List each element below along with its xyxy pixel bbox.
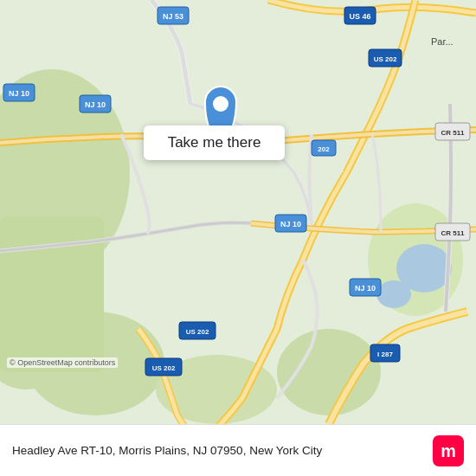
svg-text:CR 511: CR 511 xyxy=(441,229,465,237)
svg-text:CR 511: CR 511 xyxy=(441,129,465,137)
svg-text:NJ 10: NJ 10 xyxy=(85,100,106,109)
svg-rect-6 xyxy=(0,216,104,372)
moovit-icon-svg: m xyxy=(433,435,464,466)
svg-point-38 xyxy=(213,96,228,112)
osm-attribution: © OpenStreetMap contributors xyxy=(7,357,118,368)
svg-text:NJ 10: NJ 10 xyxy=(355,284,376,293)
svg-text:NJ 53: NJ 53 xyxy=(163,12,183,21)
map-container: NJ 53 US 46 NJ 10 NJ 10 202 US 202 NJ 10… xyxy=(0,0,476,424)
address-text: Headley Ave RT-10, Morris Plains, NJ 079… xyxy=(12,443,424,459)
take-me-there-button[interactable]: Take me there xyxy=(144,125,286,160)
svg-text:NJ 10: NJ 10 xyxy=(9,89,29,98)
svg-text:m: m xyxy=(441,441,456,460)
svg-point-5 xyxy=(277,329,381,415)
svg-text:US 202: US 202 xyxy=(374,55,397,63)
svg-point-9 xyxy=(376,280,411,308)
svg-text:202: 202 xyxy=(318,145,330,153)
moovit-logo: m xyxy=(433,435,464,466)
take-me-there-overlay: Take me there xyxy=(113,125,316,160)
info-bar: Headley Ave RT-10, Morris Plains, NJ 079… xyxy=(0,424,476,476)
svg-text:US 202: US 202 xyxy=(186,328,209,336)
svg-text:I 287: I 287 xyxy=(377,351,393,358)
svg-text:US 202: US 202 xyxy=(152,364,176,372)
svg-text:Par...: Par... xyxy=(431,36,453,47)
svg-text:US 46: US 46 xyxy=(349,12,370,21)
svg-text:NJ 10: NJ 10 xyxy=(280,220,301,228)
